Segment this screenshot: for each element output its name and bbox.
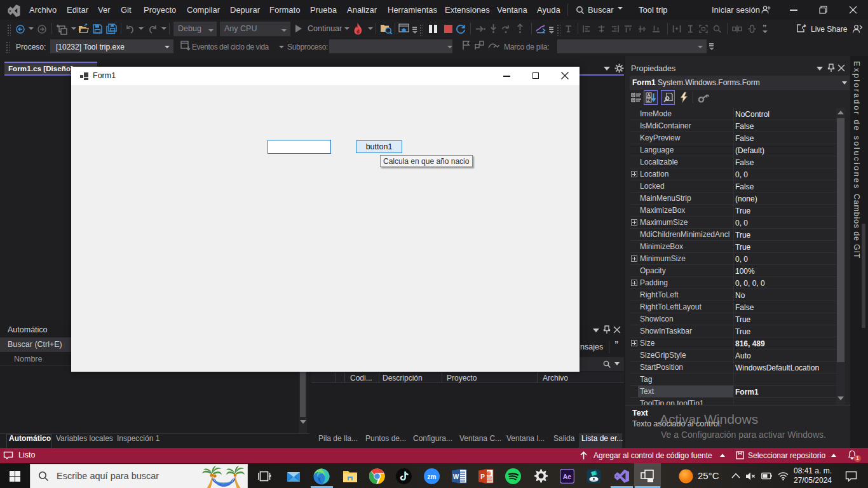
svg-text:zm: zm [428,473,437,480]
svg-text:Ae: Ae [563,473,572,480]
svg-text:Z: Z [648,98,651,102]
svg-text:W: W [453,473,459,480]
svg-text:P: P [480,473,485,480]
svg-text:A: A [648,93,651,97]
